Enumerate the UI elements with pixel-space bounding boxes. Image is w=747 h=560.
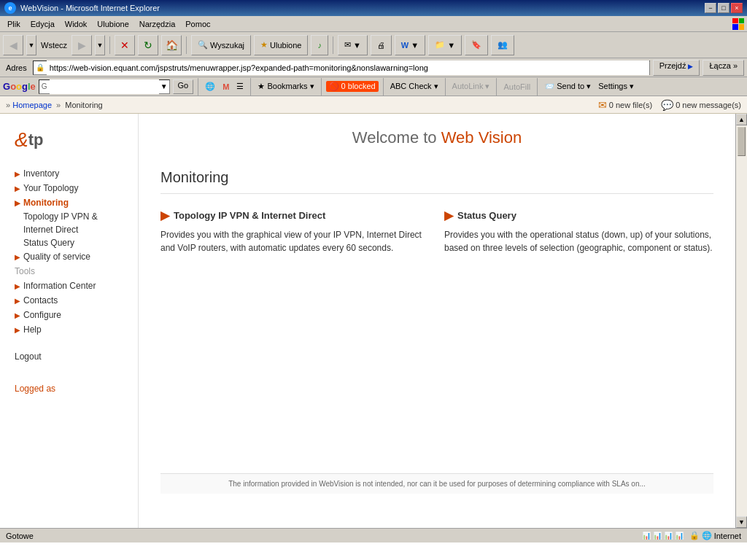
address-label: Adres (3, 63, 30, 72)
favorites-button[interactable]: ★ Ulubione (254, 35, 308, 55)
right-scrollbar[interactable]: ▲ ▼ (735, 114, 747, 528)
google-g-icon: G (39, 82, 50, 90)
google-globe-button[interactable]: 🌐 (203, 82, 217, 91)
stop-button[interactable]: ✕ (115, 35, 135, 55)
google-search-input[interactable] (50, 79, 159, 94)
envelope-icon: ✉ (598, 99, 607, 111)
main-layout: & tp ▶ Inventory ▶ Your Topology ▶ Monit… (0, 114, 747, 528)
sidebar-item-information-center[interactable]: ▶ Information Center (0, 279, 138, 293)
mail-dropdown[interactable]: ▼ (353, 41, 361, 50)
welcome-header: Welcome to Web Vision (160, 128, 713, 147)
print-icon: 🖨 (377, 41, 385, 50)
close-button[interactable]: × (731, 3, 743, 13)
forward-dropdown[interactable]: ▼ (95, 35, 105, 55)
messages-count: 0 new message(s) (676, 101, 741, 109)
files-count: 0 new file(s) (609, 101, 652, 109)
messages-notification: 💬 0 new message(s) (661, 99, 741, 111)
mail-button[interactable]: ✉ ▼ (338, 35, 368, 55)
breadcrumb-home[interactable]: Homepage (12, 101, 52, 109)
status-query-card-title: ▶ Status Query (444, 209, 713, 222)
back-dropdown[interactable]: ▼ (26, 35, 36, 55)
refresh-button[interactable]: ↻ (138, 35, 158, 55)
settings-button[interactable]: Settings ▾ (596, 82, 636, 91)
menu-help[interactable]: Pomoc (181, 18, 214, 30)
sidebar-item-internet-direct[interactable]: Internet Direct (23, 223, 138, 236)
folder-button[interactable]: 📁 ▼ (428, 35, 462, 55)
toolbar: ◀ ▼ Wstecz ▶ ▼ ✕ ↻ 🏠 🔍 Wyszukaj ★ Ulubio… (0, 32, 747, 58)
breadcrumb-current[interactable]: Monitoring (65, 101, 102, 109)
sidebar-item-status-query[interactable]: Status Query (23, 236, 138, 249)
toolbar-separator-3 (333, 36, 333, 54)
menu-edit[interactable]: Edycja (26, 18, 59, 30)
breadcrumb-sep-arrow: » (6, 101, 10, 109)
autolink-button[interactable]: AutoLink ▾ (450, 82, 492, 91)
word-dropdown[interactable]: ▼ (411, 41, 419, 50)
ie-zone: 🔒 🌐 Internet (689, 531, 741, 540)
status-query-icon: ▶ (444, 209, 453, 222)
logo-curl: & (15, 128, 28, 152)
google-mail-button[interactable]: M (220, 82, 231, 91)
address-input[interactable] (47, 61, 649, 75)
menu-view[interactable]: Widok (61, 18, 92, 30)
google-sep-6 (496, 78, 497, 96)
go-arrow-icon: ▶ (688, 63, 693, 70)
research-button[interactable]: 🔖 (465, 35, 488, 55)
google-sep-7 (537, 78, 538, 96)
sidebar-item-help[interactable]: ▶ Help (0, 322, 138, 337)
message-icon: 💬 (661, 99, 673, 111)
google-go-button[interactable]: Go (173, 79, 194, 94)
scroll-thumb[interactable] (738, 127, 746, 156)
forward-button[interactable]: ▶ (71, 35, 92, 55)
scroll-down-button[interactable]: ▼ (736, 516, 747, 528)
files-notification: ✉ 0 new file(s) (598, 99, 652, 111)
secure-icon: 🔒 (34, 63, 47, 71)
check-button[interactable]: ABC Check ▾ (388, 82, 441, 91)
sidebar-item-configure[interactable]: ▶ Configure (0, 308, 138, 322)
blocked-button[interactable]: 🚫 0 blocked (326, 81, 379, 92)
links-button[interactable]: Łącza » (703, 60, 744, 76)
breadcrumb: » Homepage » Monitoring (6, 101, 103, 109)
menu-favorites[interactable]: Ulubione (93, 18, 133, 30)
breadcrumb-separator: » (56, 101, 63, 109)
msn-button[interactable]: 👥 (491, 35, 514, 55)
google-sep-3 (321, 78, 322, 96)
window-title: WebVision - Microsoft Internet Explorer (20, 4, 160, 12)
send-to-button[interactable]: 📨 Send to ▾ (542, 82, 593, 91)
footer-disclaimer: The information provided in WebVision is… (160, 473, 713, 494)
status-query-card: ▶ Status Query Provides you with the ope… (444, 209, 713, 254)
brand-name: Web Vision (441, 128, 522, 147)
search-button[interactable]: 🔍 Wyszukaj (191, 35, 251, 55)
arrow-icon: ▶ (15, 326, 20, 334)
topology-card: ▶ Topology IP VPN & Internet Direct Prov… (160, 209, 430, 254)
logo: & tp (0, 121, 138, 166)
sidebar-item-quality-of-service[interactable]: ▶ Quality of service (0, 249, 138, 264)
google-dropdown-icon[interactable]: ▼ (159, 82, 169, 90)
status-icon-2: 📊 (653, 532, 662, 540)
maximize-button[interactable]: □ (718, 3, 729, 13)
sidebar-item-topology-ip-vpn[interactable]: Topology IP VPN & (23, 210, 138, 223)
sidebar-item-inventory[interactable]: ▶ Inventory (0, 166, 138, 181)
menu-tools[interactable]: Narzędzia (135, 18, 180, 30)
go-button[interactable]: Przejdź ▶ (653, 60, 700, 76)
menu-bar: Plik Edycja Widok Ulubione Narzędzia Pom… (0, 16, 747, 32)
toolbar-separator-2 (186, 36, 187, 54)
scroll-track (736, 125, 747, 516)
sidebar-item-contacts[interactable]: ▶ Contacts (0, 293, 138, 308)
logout-link[interactable]: Logout (15, 351, 42, 362)
arrow-icon: ▶ (15, 311, 20, 319)
print-button[interactable]: 🖨 (371, 35, 392, 55)
sidebar-item-monitoring[interactable]: ▶ Monitoring (0, 195, 138, 210)
google-more-button[interactable]: ☰ (234, 82, 246, 91)
back-button[interactable]: ◀ (3, 35, 23, 55)
autofill-button[interactable]: AutoFill (501, 82, 533, 91)
bookmarks-button[interactable]: ★ Bookmarks ▾ (255, 82, 316, 91)
scroll-up-button[interactable]: ▲ (736, 114, 747, 125)
word-button[interactable]: W ▼ (395, 35, 425, 55)
home-button[interactable]: 🏠 (161, 35, 182, 55)
folder-dropdown[interactable]: ▼ (447, 41, 455, 50)
media-button[interactable]: ♪ (311, 35, 328, 55)
status-icon-1: 📊 (642, 532, 651, 540)
sidebar-item-your-topology[interactable]: ▶ Your Topology (0, 181, 138, 195)
menu-file[interactable]: Plik (3, 18, 25, 30)
minimize-button[interactable]: − (705, 3, 716, 13)
